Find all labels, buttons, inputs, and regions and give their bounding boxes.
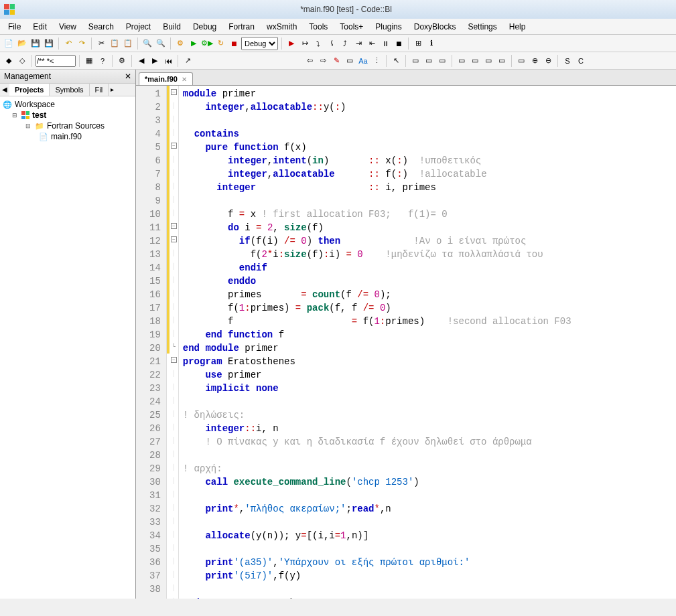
jump-icon[interactable]: ↗ <box>182 55 194 67</box>
tb-3-icon[interactable]: ▭ <box>436 55 448 67</box>
open-file-icon[interactable]: 📂 <box>16 37 28 50</box>
editor-tab-label: *main.f90 <box>145 75 178 83</box>
menu-edit[interactable]: Edit <box>27 21 52 33</box>
doxy-icon[interactable]: ◆ <box>3 55 15 67</box>
menu-fortran[interactable]: Fortran <box>223 21 260 33</box>
menu-settings[interactable]: Settings <box>462 21 502 33</box>
tab-scroll-left-icon[interactable]: ◀ <box>0 84 9 96</box>
nav-last-icon[interactable]: ⏮ <box>162 55 174 67</box>
select-icon[interactable]: ↖ <box>390 55 402 67</box>
run-to-cursor-icon[interactable]: ↦ <box>299 37 311 50</box>
menu-build[interactable]: Build <box>157 21 186 33</box>
menu-file[interactable]: File <box>3 21 26 33</box>
build-icon[interactable]: ⚙ <box>174 37 186 50</box>
doxy-cfg-icon[interactable]: ⚙ <box>116 55 128 67</box>
hl-right-icon[interactable]: ⇨ <box>317 55 329 67</box>
hl-text-icon[interactable]: Aa <box>357 55 369 67</box>
abort-icon[interactable]: ⏹ <box>228 37 240 50</box>
find-icon[interactable]: 🔍 <box>141 37 153 50</box>
code-editor[interactable]: 1234567891011121314151617181920212223242… <box>136 86 676 599</box>
tree-workspace[interactable]: 🌐 Workspace <box>3 99 133 110</box>
hl-left-icon[interactable]: ⇦ <box>303 55 316 67</box>
cut-icon[interactable]: ✂ <box>95 37 107 50</box>
tree-folder[interactable]: ⊟ 📁 Fortran Sources <box>3 121 133 131</box>
editor-tab-main[interactable]: *main.f90 ✕ <box>139 72 193 85</box>
expander-icon[interactable]: ⊟ <box>12 112 19 119</box>
letter-s-icon[interactable]: S <box>561 55 573 67</box>
doxy-html-icon[interactable]: ▦ <box>83 55 95 67</box>
doxy-wizard-icon[interactable]: ◇ <box>16 55 28 67</box>
debug-run-icon[interactable]: ▶ <box>285 37 297 50</box>
tree-file[interactable]: 📄 main.f90 <box>3 131 133 142</box>
app-icon <box>4 4 15 15</box>
expander-icon[interactable]: ⊟ <box>25 123 32 129</box>
save-icon[interactable]: 💾 <box>29 37 42 50</box>
hl-dot-icon[interactable]: ⋮ <box>370 55 383 67</box>
project-tree: 🌐 Workspace ⊟ test ⊟ 📁 Fortran Sources 📄… <box>0 96 135 599</box>
rebuild-icon[interactable]: ↻ <box>214 37 226 50</box>
hl-clear-icon[interactable]: ✎ <box>330 55 342 67</box>
step-into-icon[interactable]: ⤹ <box>326 37 338 50</box>
debug-windows-icon[interactable]: ⊞ <box>412 37 424 50</box>
menu-tools[interactable]: Tools <box>303 21 333 33</box>
menubar: File Edit View Search Project Build Debu… <box>0 19 676 35</box>
replace-icon[interactable]: 🔍 <box>155 37 167 50</box>
next-line-icon[interactable]: ⤵ <box>312 37 324 50</box>
save-all-icon[interactable]: 💾 <box>43 37 55 50</box>
tb-5-icon[interactable]: ▭ <box>469 55 481 67</box>
undo-icon[interactable]: ↶ <box>62 37 74 50</box>
tb-1-icon[interactable]: ▭ <box>409 55 421 67</box>
menu-project[interactable]: Project <box>121 21 156 33</box>
window-title: *main.f90 [test] - Code::Bl <box>20 5 672 14</box>
copy-icon[interactable]: 📋 <box>109 37 121 50</box>
menu-plugins[interactable]: Plugins <box>370 21 407 33</box>
toolbar-secondary: ◆ ◇ ▦ ? ⚙ ◀ ▶ ⏮ ↗ ⇦ ⇨ ✎ ▭ Aa ⋮ ↖ ▭ ▭ ▭ ▭… <box>0 52 676 70</box>
nav-back-icon[interactable]: ◀ <box>135 55 147 67</box>
break-icon[interactable]: ⏸ <box>379 37 391 50</box>
tab-files[interactable]: Fil <box>90 84 109 96</box>
menu-debug[interactable]: Debug <box>188 21 222 33</box>
tb-6-icon[interactable]: ▭ <box>482 55 494 67</box>
menu-doxyblocks[interactable]: DoxyBlocks <box>409 21 462 33</box>
zoom-out-icon[interactable]: ⊖ <box>542 55 554 67</box>
management-panel: Management ✕ ◀ Projects Symbols Fil ▸ 🌐 … <box>0 70 136 599</box>
new-file-icon[interactable]: 📄 <box>3 37 15 50</box>
tb-4-icon[interactable]: ▭ <box>456 55 468 67</box>
fold-bar: −│││−│││││−−│││││││└−││││││││││││││││││ <box>170 86 179 599</box>
menu-toolsplus[interactable]: Tools+ <box>334 21 368 33</box>
tb-7-icon[interactable]: ▭ <box>496 55 508 67</box>
tab-projects[interactable]: Projects <box>9 84 50 96</box>
step-instr-icon[interactable]: ⇤ <box>366 37 378 50</box>
tree-folder-label: Fortran Sources <box>47 121 105 131</box>
tab-close-icon[interactable]: ✕ <box>182 76 187 83</box>
tb-8-icon[interactable]: ▭ <box>515 55 527 67</box>
letter-c-icon[interactable]: C <box>575 55 587 67</box>
tb-2-icon[interactable]: ▭ <box>423 55 435 67</box>
menu-help[interactable]: Help <box>504 21 531 33</box>
build-target-select[interactable]: Debug <box>241 37 278 50</box>
menu-search[interactable]: Search <box>83 21 119 33</box>
step-out-icon[interactable]: ⤴ <box>339 37 351 50</box>
file-icon: 📄 <box>39 132 48 141</box>
paste-icon[interactable]: 📋 <box>122 37 134 50</box>
info-icon[interactable]: ℹ <box>425 37 437 50</box>
redo-icon[interactable]: ↷ <box>76 37 88 50</box>
zoom-in-icon[interactable]: ⊕ <box>529 55 541 67</box>
code-lines[interactable]: module primer integer,allocatable::y(:) … <box>179 86 676 599</box>
hl-box-icon[interactable]: ▭ <box>344 55 356 67</box>
menu-view[interactable]: View <box>54 21 82 33</box>
nav-fwd-icon[interactable]: ▶ <box>149 55 161 67</box>
tab-symbols[interactable]: Symbols <box>50 84 89 96</box>
doxy-chm-icon[interactable]: ? <box>96 55 109 67</box>
stop-debug-icon[interactable]: ⏹ <box>393 37 405 50</box>
tree-project[interactable]: ⊟ test <box>3 110 133 121</box>
tab-scroll-right-icon[interactable]: ▸ <box>109 84 116 96</box>
panel-close-icon[interactable]: ✕ <box>125 72 131 81</box>
menu-wxsmith[interactable]: wxSmith <box>261 21 302 33</box>
run-icon[interactable]: ▶ <box>188 37 200 50</box>
globe-icon: 🌐 <box>3 100 12 109</box>
next-instr-icon[interactable]: ⇥ <box>352 37 364 50</box>
doxy-comment-input[interactable] <box>36 55 76 67</box>
panel-title: Management <box>4 72 51 81</box>
build-run-icon[interactable]: ⚙▶ <box>201 37 213 50</box>
